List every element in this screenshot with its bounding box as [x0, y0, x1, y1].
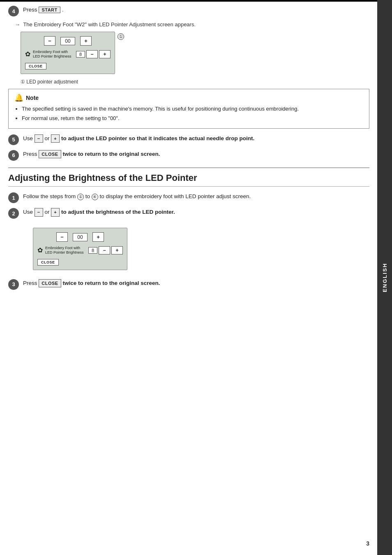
note-icon: 🔔: [14, 93, 23, 102]
lower-step-1-circle-1: ①: [77, 194, 84, 200]
lower-step-1-text-part1: Follow the steps from: [23, 193, 77, 199]
start-button-inline: START: [39, 7, 60, 13]
lcd-upper-display: 00: [60, 37, 75, 45]
lcd-lower-top-row: − 00 +: [37, 232, 123, 242]
note-title: Note: [26, 95, 39, 101]
annotation-circle-1: ①: [118, 33, 124, 40]
lcd-lower-minus-btn[interactable]: −: [56, 232, 68, 242]
step-4-press-label: Press: [23, 7, 37, 13]
english-label: ENGLISH: [382, 263, 388, 292]
lcd-lower-controls: 8 − +: [88, 246, 123, 254]
lcd-upper-close-btn[interactable]: CLOSE: [25, 63, 46, 69]
step-4-content: Press START .: [23, 6, 369, 14]
lcd-lower-close-btn[interactable]: CLOSE: [37, 259, 59, 266]
lcd-lower-icon: ✿: [37, 246, 43, 254]
step-5-circle: 5: [8, 134, 19, 145]
lcd-lower-minus-small[interactable]: −: [99, 246, 110, 254]
lower-step-2-row: 2 Use − or + to adjust the brightness of…: [8, 208, 369, 219]
english-sidebar: ENGLISH: [377, 0, 392, 555]
lcd-upper-small-display: 8: [76, 51, 85, 58]
lcd-upper-plus-btn[interactable]: +: [80, 36, 92, 46]
note-header: 🔔 Note: [14, 93, 363, 102]
lcd-lower-plus-small[interactable]: +: [111, 246, 123, 254]
step-6-text: twice to return to the original screen.: [62, 151, 160, 157]
lcd-upper-bottom-row: ✿ Embroidery Foot with LED Pointer Brigh…: [25, 50, 111, 59]
step-4-row: 4 Press START .: [8, 6, 369, 16]
lcd-upper-wrapper: − 00 + ✿ Embroidery Foot with LED Pointe…: [8, 28, 115, 78]
note-item-2: For normal use, return the setting to "0…: [22, 114, 363, 123]
step-5-row: 5 Use − or + to adjust the LED pointer s…: [8, 134, 369, 145]
step-6-row: 6 Press CLOSE twice to return to the ori…: [8, 150, 369, 161]
lower-step-3-close-btn: CLOSE: [39, 279, 61, 288]
lcd-upper-minus-btn[interactable]: −: [44, 36, 55, 46]
section-heading: Adjusting the Brightness of the LED Poin…: [8, 167, 369, 187]
step-4-circle: 4: [8, 6, 19, 16]
step-5-content: Use − or + to adjust the LED pointer so …: [23, 134, 369, 143]
lower-step-2-plus-btn: +: [51, 208, 60, 217]
main-content: 4 Press START . → The Embroidery Foot "W…: [8, 2, 369, 307]
lower-step-1-content: Follow the steps from ① to ④ to display …: [23, 192, 369, 201]
lower-step-3-content: Press CLOSE twice to return to the origi…: [23, 279, 369, 288]
lower-step-1-row: 1 Follow the steps from ① to ④ to displa…: [8, 192, 369, 203]
step-4-arrow-text: → The Embroidery Foot "W2" with LED Poin…: [15, 21, 369, 28]
lcd-lower: − 00 + ✿ Embroidery Foot with LED Pointe…: [33, 228, 127, 270]
lcd-upper-minus-small[interactable]: −: [86, 50, 98, 58]
lcd-lower-label: Embroidery Foot with LED Pointer Brightn…: [45, 246, 84, 255]
lcd-upper-controls: 8 − +: [76, 50, 111, 58]
lower-step-2-text: to adjust the brightness of the LED poin…: [61, 209, 175, 215]
lcd-lower-plus-btn[interactable]: +: [92, 232, 104, 242]
lower-step-1-circle: 1: [8, 192, 19, 203]
section-title: Adjusting the Brightness of the LED Poin…: [8, 172, 369, 184]
step-6-circle: 6: [8, 150, 19, 161]
lower-step-1-circle-4: ④: [92, 194, 98, 200]
note-box: 🔔 Note The specified setting is saved in…: [8, 89, 369, 129]
lcd-upper-icon: ✿: [25, 50, 30, 58]
lower-step-2-minus-btn: −: [35, 208, 43, 217]
lower-step-2-content: Use − or + to adjust the brightness of t…: [23, 208, 369, 217]
step-5-minus-btn: −: [35, 134, 43, 143]
note-body: The specified setting is saved in the ma…: [14, 105, 363, 123]
lcd-lower-bottom-row: ✿ Embroidery Foot with LED Pointer Brigh…: [37, 246, 123, 255]
lcd-upper-plus-small[interactable]: +: [99, 50, 111, 58]
step-6-content: Press CLOSE twice to return to the origi…: [23, 150, 369, 159]
lower-step-2-circle: 2: [8, 208, 19, 219]
step-6-close-btn: CLOSE: [39, 150, 61, 159]
lcd-upper: − 00 + ✿ Embroidery Foot with LED Pointe…: [21, 32, 115, 74]
annotation-label: ① LED pointer adjustment: [21, 79, 369, 85]
step-5-text: to adjust the LED pointer so that it ind…: [61, 135, 254, 141]
note-item-1: The specified setting is saved in the ma…: [22, 105, 363, 113]
lcd-upper-label: Embroidery Foot with LED Pointer Brightn…: [33, 50, 71, 59]
lcd-lower-small-display: 8: [88, 247, 97, 254]
lower-step-3-row: 3 Press CLOSE twice to return to the ori…: [8, 279, 369, 290]
lower-step-3-circle: 3: [8, 279, 19, 290]
lcd-lower-wrapper: − 00 + ✿ Embroidery Foot with LED Pointe…: [21, 224, 127, 274]
lcd-upper-top-row: − 00 +: [25, 36, 111, 46]
page-number: 3: [366, 540, 369, 547]
lower-step-3-text: twice to return to the original screen.: [62, 280, 160, 286]
step-5-plus-btn: +: [51, 134, 60, 143]
lcd-lower-display: 00: [73, 233, 88, 241]
